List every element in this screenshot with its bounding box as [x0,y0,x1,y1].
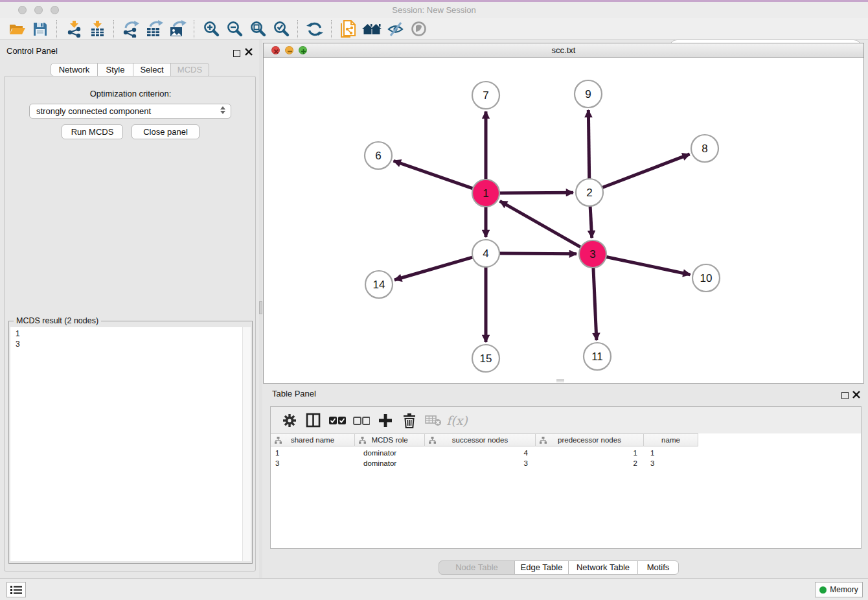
graph-node-label-2: 2 [586,187,592,199]
refresh-view-button[interactable] [303,19,326,39]
criterion-dropdown[interactable]: strongly connected component [29,104,231,119]
zoom-out-button[interactable] [223,19,246,39]
export-table-button[interactable] [143,19,166,39]
import-network-icon [65,20,83,38]
graph-node-label-6: 6 [375,150,381,162]
graph-edge-4-3[interactable] [498,253,577,254]
cell-mcds-role[interactable]: dominator [355,458,425,468]
column-header-successor-nodes[interactable]: successor nodes [425,433,536,446]
result-item[interactable]: 3 [16,339,242,349]
control-panel-close-button[interactable] [245,47,253,58]
graph-edge-2-9[interactable] [588,110,589,180]
open-network-file-button[interactable] [337,19,360,39]
cell-shared-name[interactable]: 3 [271,458,355,468]
hide-eye-icon [387,20,404,38]
tab-network-table[interactable]: Network Table [568,560,638,575]
table-header-row: shared name MCDS role successor nodes pr… [271,433,698,446]
cell-predecessor-nodes[interactable]: 1 [536,448,644,458]
export-network-button[interactable] [119,19,143,39]
trash-icon [402,413,417,428]
zoom-fit-button[interactable] [246,19,269,39]
deselect-all-button[interactable] [349,410,373,432]
cell-successor-nodes[interactable]: 4 [425,448,536,458]
tab-mcds[interactable]: MCDS [170,63,209,77]
delete-table-button[interactable] [421,410,445,432]
float-icon [233,50,240,57]
cell-successor-nodes[interactable]: 3 [425,458,536,468]
import-table-button[interactable] [86,19,109,39]
cell-predecessor-nodes[interactable]: 2 [536,458,644,468]
control-panel-float-button[interactable] [233,48,240,60]
function-builder-button[interactable]: f(x) [445,410,469,432]
table-panel-close-button[interactable] [852,389,860,401]
tab-network[interactable]: Network [51,63,98,76]
automation-panel-button[interactable] [6,582,26,597]
home-button[interactable] [360,19,383,39]
window-title: Session: New Session [0,2,868,18]
table-row[interactable]: 1 dominator 4 1 1 [271,448,698,458]
column-header-shared-name[interactable]: shared name [271,433,355,446]
graph-node-label-9: 9 [585,88,591,100]
memory-button[interactable]: Memory [815,582,863,597]
toolbar-separator [331,20,332,38]
tab-node-table[interactable]: Node Table [439,560,515,575]
close-panel-button[interactable]: Close panel [131,124,200,139]
close-icon [245,48,253,56]
float-icon [841,392,849,399]
cell-shared-name[interactable]: 1 [271,448,355,458]
mcds-result-list[interactable]: 1 3 [10,327,242,561]
cell-name[interactable]: 3 [644,458,698,468]
graph-edge-3-11[interactable] [593,266,597,340]
tab-motifs[interactable]: Motifs [637,560,679,575]
hide-graphics-details-button[interactable] [383,19,407,39]
graph-edge-4-14[interactable] [394,257,474,280]
zoom-selected-button[interactable] [269,19,293,39]
open-session-button[interactable] [5,19,29,39]
column-header-mcds-role[interactable]: MCDS role [355,433,425,446]
zoom-in-icon [203,20,220,38]
column-header-name[interactable]: name [644,433,698,446]
graph-edge-2-3[interactable] [590,205,592,238]
graph-edge-3-10[interactable] [605,257,691,275]
cell-mcds-role[interactable]: dominator [355,448,425,458]
zoom-fit-icon [249,20,267,38]
table-settings-button[interactable] [277,410,301,432]
select-all-button[interactable] [325,410,349,432]
graph-edge-1-2[interactable] [498,192,573,193]
table-panel-float-button[interactable] [841,390,849,402]
network-window-title: scc.txt [264,43,863,57]
run-mcds-button[interactable]: Run MCDS [62,124,123,139]
cell-name[interactable]: 1 [644,448,698,458]
refresh-icon [306,21,323,38]
canvas-resize-grip[interactable] [556,379,564,382]
graph-edge-1-6[interactable] [394,161,474,189]
network-canvas[interactable]: 7968124314101511 [264,58,863,383]
result-scrollbar[interactable] [242,327,251,561]
zoom-in-button[interactable] [200,19,223,39]
table-row[interactable]: 3 dominator 3 2 3 [271,458,698,468]
result-item[interactable]: 1 [16,329,242,339]
tab-style[interactable]: Style [97,63,133,76]
delete-column-button[interactable] [397,410,421,432]
graph-node-label-14: 14 [373,279,385,291]
title-bar: Session: New Session [0,0,868,19]
splitter-handle-icon[interactable] [259,301,262,314]
network-window-titlebar[interactable]: scc.txt [264,43,863,58]
column-header-predecessor-nodes[interactable]: predecessor nodes [536,433,644,446]
tab-edge-table[interactable]: Edge Table [514,560,569,575]
gear-icon [282,413,297,428]
graph-edge-2-8[interactable] [601,154,690,188]
save-session-button[interactable] [29,19,52,39]
panel-splitter[interactable] [259,40,262,578]
import-network-button[interactable] [62,19,86,39]
mcds-panel: Optimization criterion: strongly connect… [4,76,256,571]
graph-edge-3-1[interactable] [500,201,582,248]
show-graphics-details-button[interactable] [407,19,430,39]
memory-label: Memory [830,585,858,594]
split-panel-button[interactable] [301,410,325,432]
application-window: Session: New Session [0,0,868,600]
add-column-button[interactable] [373,410,397,432]
export-table-icon [145,20,163,38]
export-image-button[interactable] [166,19,189,39]
tab-select[interactable]: Select [133,63,171,76]
